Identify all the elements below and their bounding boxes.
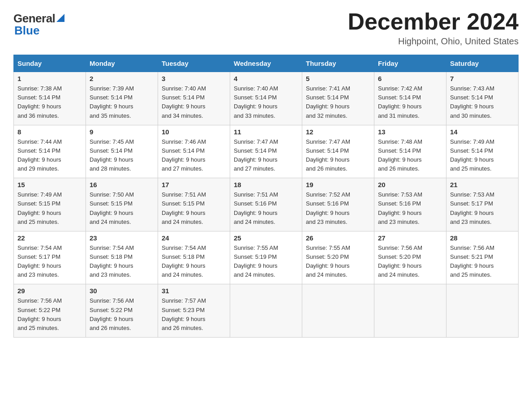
day-number: 2 (90, 75, 154, 82)
calendar-cell: 21 Sunrise: 7:53 AMSunset: 5:17 PMDaylig… (446, 178, 519, 231)
day-header-thursday: Thursday (302, 55, 374, 72)
calendar-cell: 1 Sunrise: 7:38 AMSunset: 5:14 PMDayligh… (14, 72, 86, 125)
calendar-cell: 25 Sunrise: 7:55 AMSunset: 5:19 PMDaylig… (230, 231, 302, 284)
calendar-cell: 11 Sunrise: 7:47 AMSunset: 5:14 PMDaylig… (230, 125, 302, 178)
day-number: 14 (450, 128, 515, 136)
calendar-cell (230, 284, 302, 338)
calendar-week-row: 8 Sunrise: 7:44 AMSunset: 5:14 PMDayligh… (14, 125, 519, 178)
day-info: Sunrise: 7:40 AMSunset: 5:14 PMDaylight:… (162, 85, 206, 119)
day-number: 8 (17, 128, 82, 136)
svg-marker-0 (56, 14, 64, 22)
day-number: 16 (90, 181, 154, 188)
day-number: 20 (378, 181, 442, 188)
day-number: 15 (17, 181, 82, 188)
calendar-cell: 15 Sunrise: 7:49 AMSunset: 5:15 PMDaylig… (14, 178, 86, 231)
logo-blue-text: Blue (14, 24, 39, 38)
day-info: Sunrise: 7:44 AMSunset: 5:14 PMDaylight:… (17, 138, 62, 172)
calendar-cell: 29 Sunrise: 7:56 AMSunset: 5:22 PMDaylig… (14, 284, 86, 338)
day-number: 26 (306, 234, 370, 242)
day-header-wednesday: Wednesday (230, 55, 302, 72)
calendar-cell: 18 Sunrise: 7:51 AMSunset: 5:16 PMDaylig… (230, 178, 302, 231)
day-info: Sunrise: 7:38 AMSunset: 5:14 PMDaylight:… (17, 85, 62, 119)
day-info: Sunrise: 7:56 AMSunset: 5:20 PMDaylight:… (378, 244, 422, 278)
day-info: Sunrise: 7:50 AMSunset: 5:15 PMDaylight:… (90, 191, 134, 225)
calendar-cell: 20 Sunrise: 7:53 AMSunset: 5:16 PMDaylig… (374, 178, 446, 231)
day-info: Sunrise: 7:47 AMSunset: 5:14 PMDaylight:… (306, 138, 350, 172)
day-number: 7 (450, 75, 515, 82)
day-header-saturday: Saturday (446, 55, 519, 72)
day-header-friday: Friday (374, 55, 446, 72)
day-header-monday: Monday (86, 55, 158, 72)
day-info: Sunrise: 7:56 AMSunset: 5:21 PMDaylight:… (450, 244, 494, 278)
day-number: 13 (378, 128, 442, 136)
day-info: Sunrise: 7:56 AMSunset: 5:22 PMDaylight:… (17, 297, 62, 331)
calendar-cell: 22 Sunrise: 7:54 AMSunset: 5:17 PMDaylig… (14, 231, 86, 284)
calendar-cell: 6 Sunrise: 7:42 AMSunset: 5:14 PMDayligh… (374, 72, 446, 125)
calendar-cell: 17 Sunrise: 7:51 AMSunset: 5:15 PMDaylig… (158, 178, 230, 231)
day-info: Sunrise: 7:46 AMSunset: 5:14 PMDaylight:… (162, 138, 206, 172)
day-info: Sunrise: 7:42 AMSunset: 5:14 PMDaylight:… (378, 85, 422, 119)
day-number: 27 (378, 234, 442, 242)
calendar-cell: 12 Sunrise: 7:47 AMSunset: 5:14 PMDaylig… (302, 125, 374, 178)
day-number: 22 (17, 234, 82, 242)
day-number: 11 (234, 128, 298, 136)
day-info: Sunrise: 7:53 AMSunset: 5:17 PMDaylight:… (450, 191, 494, 225)
day-number: 6 (378, 75, 442, 82)
day-info: Sunrise: 7:54 AMSunset: 5:18 PMDaylight:… (162, 244, 206, 278)
day-info: Sunrise: 7:56 AMSunset: 5:22 PMDaylight:… (90, 297, 134, 331)
day-number: 30 (90, 287, 154, 295)
day-number: 12 (306, 128, 370, 136)
day-info: Sunrise: 7:41 AMSunset: 5:14 PMDaylight:… (306, 85, 350, 119)
day-number: 19 (306, 181, 370, 188)
calendar-cell: 30 Sunrise: 7:56 AMSunset: 5:22 PMDaylig… (86, 284, 158, 338)
day-info: Sunrise: 7:47 AMSunset: 5:14 PMDaylight:… (234, 138, 278, 172)
logo: General Blue (13, 12, 64, 38)
day-number: 31 (162, 287, 226, 295)
day-number: 9 (90, 128, 154, 136)
calendar-cell: 28 Sunrise: 7:56 AMSunset: 5:21 PMDaylig… (446, 231, 519, 284)
day-info: Sunrise: 7:48 AMSunset: 5:14 PMDaylight:… (378, 138, 422, 172)
calendar-cell (302, 284, 374, 338)
page-header: General Blue December 2024 Highpoint, Oh… (13, 9, 519, 47)
calendar-cell: 3 Sunrise: 7:40 AMSunset: 5:14 PMDayligh… (158, 72, 230, 125)
day-number: 23 (90, 234, 154, 242)
calendar-cell: 9 Sunrise: 7:45 AMSunset: 5:14 PMDayligh… (86, 125, 158, 178)
day-info: Sunrise: 7:43 AMSunset: 5:14 PMDaylight:… (450, 85, 494, 119)
logo-triangle-icon (56, 14, 64, 22)
calendar-cell: 24 Sunrise: 7:54 AMSunset: 5:18 PMDaylig… (158, 231, 230, 284)
day-header-tuesday: Tuesday (158, 55, 230, 72)
day-number: 28 (450, 234, 515, 242)
day-info: Sunrise: 7:55 AMSunset: 5:20 PMDaylight:… (306, 244, 350, 278)
calendar-cell (374, 284, 446, 338)
calendar-week-row: 22 Sunrise: 7:54 AMSunset: 5:17 PMDaylig… (14, 231, 519, 284)
day-number: 3 (162, 75, 226, 82)
calendar-cell: 7 Sunrise: 7:43 AMSunset: 5:14 PMDayligh… (446, 72, 519, 125)
day-info: Sunrise: 7:51 AMSunset: 5:16 PMDaylight:… (234, 191, 278, 225)
calendar-cell: 14 Sunrise: 7:49 AMSunset: 5:14 PMDaylig… (446, 125, 519, 178)
calendar-cell: 16 Sunrise: 7:50 AMSunset: 5:15 PMDaylig… (86, 178, 158, 231)
calendar-cell: 2 Sunrise: 7:39 AMSunset: 5:14 PMDayligh… (86, 72, 158, 125)
day-number: 25 (234, 234, 298, 242)
calendar-cell: 26 Sunrise: 7:55 AMSunset: 5:20 PMDaylig… (302, 231, 374, 284)
day-number: 21 (450, 181, 515, 188)
day-info: Sunrise: 7:40 AMSunset: 5:14 PMDaylight:… (234, 85, 278, 119)
day-info: Sunrise: 7:51 AMSunset: 5:15 PMDaylight:… (162, 191, 206, 225)
day-info: Sunrise: 7:49 AMSunset: 5:14 PMDaylight:… (450, 138, 494, 172)
calendar-week-row: 29 Sunrise: 7:56 AMSunset: 5:22 PMDaylig… (14, 284, 519, 338)
day-number: 17 (162, 181, 226, 188)
calendar-cell: 5 Sunrise: 7:41 AMSunset: 5:14 PMDayligh… (302, 72, 374, 125)
day-info: Sunrise: 7:45 AMSunset: 5:14 PMDaylight:… (90, 138, 134, 172)
calendar-cell: 31 Sunrise: 7:57 AMSunset: 5:23 PMDaylig… (158, 284, 230, 338)
day-info: Sunrise: 7:57 AMSunset: 5:23 PMDaylight:… (162, 297, 206, 331)
calendar-cell: 19 Sunrise: 7:52 AMSunset: 5:16 PMDaylig… (302, 178, 374, 231)
calendar-table: SundayMondayTuesdayWednesdayThursdayFrid… (13, 55, 519, 338)
day-info: Sunrise: 7:54 AMSunset: 5:17 PMDaylight:… (17, 244, 62, 278)
day-number: 18 (234, 181, 298, 188)
calendar-week-row: 15 Sunrise: 7:49 AMSunset: 5:15 PMDaylig… (14, 178, 519, 231)
calendar-cell: 10 Sunrise: 7:46 AMSunset: 5:14 PMDaylig… (158, 125, 230, 178)
day-number: 1 (17, 75, 82, 82)
day-number: 29 (17, 287, 82, 295)
day-number: 5 (306, 75, 370, 82)
day-info: Sunrise: 7:52 AMSunset: 5:16 PMDaylight:… (306, 191, 350, 225)
day-info: Sunrise: 7:55 AMSunset: 5:19 PMDaylight:… (234, 244, 278, 278)
